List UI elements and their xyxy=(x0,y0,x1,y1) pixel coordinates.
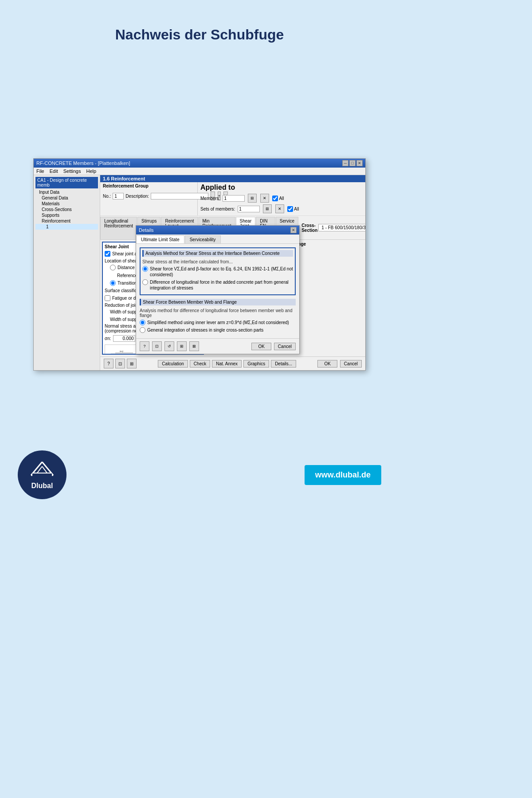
dialog-icon4[interactable]: ⊞ xyxy=(177,341,187,351)
analysis-radio2[interactable] xyxy=(142,279,148,285)
cross-section-area: Cross-Section 1 - FB 600/1500/180/360 xyxy=(299,216,365,239)
flange-radio2[interactable] xyxy=(140,327,145,333)
tab-longitudinal[interactable]: Longitudinal Reinforcement xyxy=(100,217,137,239)
normal-stress-input[interactable] xyxy=(113,335,135,342)
close-button[interactable]: ✕ xyxy=(356,160,363,166)
window-title: RF-CONCRETE Members - [Plattenbalken] xyxy=(36,160,130,166)
dialog-icon2[interactable]: ⊡ xyxy=(152,341,162,351)
calculation-button[interactable]: Calculation xyxy=(158,360,188,368)
dialog-icon3[interactable]: ↺ xyxy=(164,341,174,351)
reinforcement-group-area: Reinforcement Group No.: Description: ..… xyxy=(100,182,365,216)
no-input[interactable] xyxy=(113,193,124,200)
page-title: Nachweis der Schubfuge xyxy=(115,27,284,43)
bottom-left-icons: ? ⊡ ⊞ xyxy=(104,359,137,368)
sets-all-check: All xyxy=(287,206,299,212)
sidebar-item-general-data[interactable]: General Data xyxy=(35,195,98,201)
sidebar-item-reinforcement[interactable]: Reinforcement xyxy=(35,218,98,224)
analysis-radio2-row: Difference of longitudinal force in the … xyxy=(142,279,293,291)
all-checkbox[interactable] xyxy=(272,196,278,201)
sidebar-item-1[interactable]: 1 xyxy=(35,224,98,230)
icon-btn-3[interactable]: ⊞ xyxy=(127,359,137,368)
dialog-tabs: Ultimate Limit State Serviceability xyxy=(136,235,299,244)
no-desc-row: No.: Description: ... + ✕ xyxy=(103,190,195,202)
reinforcement-group-right: Applied to Members: ⊞ ✕ All Sets of memb… xyxy=(198,182,365,215)
flange-radio2-label: General integration of stresses in singl… xyxy=(147,327,263,333)
analysis-radio1[interactable] xyxy=(142,266,148,272)
dialog-titlebar: Details ✕ xyxy=(136,226,299,235)
sidebar-item-cross-sections[interactable]: Cross-Sections xyxy=(35,207,98,212)
maximize-button[interactable]: □ xyxy=(349,160,356,166)
members-label: Members: xyxy=(200,196,220,201)
icon-btn-1[interactable]: ? xyxy=(104,359,113,368)
radio-distance[interactable] xyxy=(110,265,116,270)
menu-file[interactable]: File xyxy=(36,168,44,174)
svg-text:a+y: a+y xyxy=(120,350,124,352)
dialog-cancel-button[interactable]: Cancel xyxy=(274,343,296,350)
nat-annex-button[interactable]: Nat. Annex xyxy=(212,360,242,368)
check-button[interactable]: Check xyxy=(190,360,210,368)
flange-text: Analysis method for difference of longit… xyxy=(140,308,296,318)
desc-label: Description: xyxy=(125,194,149,199)
bottom-right-buttons: OK Cancel xyxy=(317,360,362,368)
cross-section-select[interactable]: 1 - FB 600/1500/180/360 xyxy=(318,224,365,231)
icon-btn-2[interactable]: ⊡ xyxy=(115,359,125,368)
dialog-body: Analysis Method for Shear Stress at the … xyxy=(136,244,299,338)
menu-edit[interactable]: Edit xyxy=(50,168,58,174)
dialog-bottom-toolbar: ? ⊡ ↺ ⊞ ⊠ OK Cancel xyxy=(136,338,299,354)
window-titlebar: RF-CONCRETE Members - [Plattenbalken] ─ … xyxy=(34,159,365,168)
details-dialog: Details ✕ Ultimate Limit State Serviceab… xyxy=(136,225,300,354)
sets-select[interactable]: ✕ xyxy=(275,204,284,213)
dialog-tab-uls[interactable]: Ultimate Limit State xyxy=(136,235,184,243)
dialog-tab-sls[interactable]: Serviceability xyxy=(185,235,221,243)
dialog-ok-button[interactable]: OK xyxy=(251,343,271,350)
calculated-text: Shear stress at the interface calculated… xyxy=(142,259,293,264)
flange-radio1[interactable] xyxy=(140,320,145,325)
dialog-icon1[interactable]: ? xyxy=(140,341,149,351)
normal-stress-sym: σn: xyxy=(105,336,111,341)
dialog-title: Details xyxy=(139,227,154,233)
logo-section: Dlubal www.dlubal.de xyxy=(0,450,399,517)
shear-joint-checkbox[interactable] xyxy=(105,251,110,257)
analysis-section-title: Analysis Method for Shear Stress at the … xyxy=(142,250,293,257)
sets-browse[interactable]: ⊞ xyxy=(263,204,272,213)
fatigue-checkbox[interactable] xyxy=(105,295,110,301)
cross-section-label: Cross-Section xyxy=(301,223,317,233)
sets-all-checkbox[interactable] xyxy=(287,206,293,212)
window-controls: ─ □ ✕ xyxy=(342,160,363,166)
sidebar-item-input-data[interactable]: Input Data xyxy=(35,189,98,195)
bottom-toolbar: ? ⊡ ⊞ Calculation Check Nat. Annex Graph… xyxy=(100,356,365,370)
menu-help[interactable]: Help xyxy=(86,168,96,174)
analysis-section-box: Analysis Method for Shear Stress at the … xyxy=(140,247,296,295)
bottom-center-buttons: Calculation Check Nat. Annex Graphics De… xyxy=(158,360,296,368)
radio-transition[interactable] xyxy=(110,280,116,286)
members-input[interactable] xyxy=(223,195,245,202)
members-select[interactable]: ✕ xyxy=(260,194,269,203)
sets-all-label: All xyxy=(294,207,299,211)
radio-distance-label: Distance xyxy=(117,265,135,270)
dialog-close-button[interactable]: ✕ xyxy=(290,227,297,233)
sidebar-item-materials[interactable]: Materials xyxy=(35,201,98,207)
menu-settings[interactable]: Settings xyxy=(63,168,81,174)
cancel-button[interactable]: Cancel xyxy=(340,360,362,368)
sets-input[interactable] xyxy=(238,206,260,212)
minimize-button[interactable]: ─ xyxy=(342,160,348,166)
app-window: RF-CONCRETE Members - [Plattenbalken] ─ … xyxy=(33,158,366,371)
applied-to-label: Applied to xyxy=(200,184,363,192)
reinforcement-group-left: Reinforcement Group No.: Description: ..… xyxy=(100,182,198,215)
sidebar-item-supports[interactable]: Supports xyxy=(35,212,98,218)
graphics-button[interactable]: Graphics xyxy=(243,360,269,368)
dialog-icon5[interactable]: ⊠ xyxy=(189,341,199,351)
menu-bar: File Edit Settings Help xyxy=(34,168,365,175)
no-label: No.: xyxy=(103,194,111,199)
svg-rect-30 xyxy=(32,473,52,477)
analysis-radio1-row: Shear force VΣ,Ed and β-factor acc to Eq… xyxy=(142,266,293,278)
sidebar: CA1 - Design of concrete memb Input Data… xyxy=(34,175,100,370)
details-button[interactable]: Details... xyxy=(271,360,296,368)
ok-button[interactable]: OK xyxy=(317,360,337,368)
analysis-radio2-label: Difference of longitudinal force in the … xyxy=(150,279,293,291)
analysis-radio1-label: Shear force VΣ,Ed and β-factor acc to Eq… xyxy=(150,266,293,278)
section-header: 1.6 Reinforcement xyxy=(100,175,365,182)
members-browse[interactable]: ⊞ xyxy=(248,194,257,203)
sets-row: Sets of members: ⊞ ✕ All xyxy=(200,203,363,214)
flange-radio1-row: Simplified method using inner lever arm … xyxy=(140,320,296,325)
